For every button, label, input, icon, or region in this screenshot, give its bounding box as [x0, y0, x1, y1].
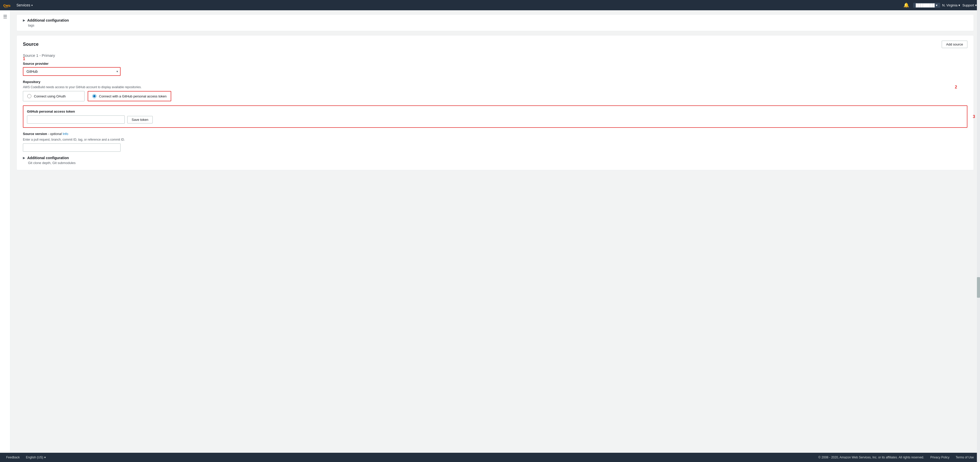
account-label: ████████	[916, 3, 935, 7]
source-version-input[interactable]	[23, 143, 121, 152]
source-provider-select[interactable]: GitHubAWS CodeCommitBitbucketGitHub Ente…	[23, 67, 121, 76]
token-option[interactable]: Connect with a GitHub personal access to…	[88, 91, 171, 101]
repository-group: Repository AWS CodeBuild needs access to…	[23, 80, 967, 101]
oauth-option[interactable]: Connect using OAuth	[23, 91, 84, 101]
save-token-button[interactable]: Save token	[127, 116, 153, 123]
source-version-sublabel: Enter a pull request, branch, commit ID,…	[23, 138, 967, 142]
collapse-triangle-icon: ▶	[23, 19, 25, 22]
expand-triangle-icon: ▶	[23, 156, 25, 160]
additional-config-toggle[interactable]: ▶ Additional configuration	[23, 156, 967, 160]
copyright-text: © 2008 - 2020, Amazon Web Services, Inc.…	[818, 456, 924, 459]
top-nav: Services ▾ 🔔 ████████ ▾ N. Virginia ▾ Su…	[0, 0, 980, 10]
scrollbar-thumb[interactable]	[977, 277, 980, 298]
terms-link[interactable]: Terms of Use	[956, 456, 974, 459]
support-label: Support	[962, 3, 974, 7]
oauth-radio[interactable]	[27, 94, 31, 98]
annotation-3: 3	[973, 115, 975, 119]
additional-config-tags: tags	[28, 23, 967, 27]
additional-config-card-top: ▶ Additional configuration tags	[16, 14, 974, 31]
additional-config-section: ▶ Additional configuration Git clone dep…	[23, 156, 967, 165]
services-chevron-icon: ▾	[31, 4, 33, 7]
sidebar-toggle[interactable]: ☰	[0, 10, 10, 453]
language-chevron-icon: ▾	[44, 456, 46, 459]
add-source-button[interactable]: Add source	[942, 41, 967, 48]
repository-sublabel: AWS CodeBuild needs access to your GitHu…	[23, 85, 967, 89]
additional-config-header-top[interactable]: ▶ Additional configuration	[23, 18, 967, 22]
additional-config-title-bottom: Additional configuration	[27, 156, 69, 160]
source-section-title: Source	[23, 41, 38, 47]
token-label: Connect with a GitHub personal access to…	[99, 94, 167, 98]
notification-bell-icon[interactable]: 🔔	[904, 2, 909, 8]
token-input-row: Save token	[27, 115, 963, 124]
language-label: English (US)	[26, 456, 43, 459]
main-content: ▶ Additional configuration tags Source A…	[10, 10, 980, 453]
source-card-header: Source Add source	[23, 41, 967, 48]
github-token-section: 3 GitHub personal access token Save toke…	[23, 105, 967, 128]
account-menu[interactable]: ████████ ▾	[913, 3, 940, 8]
services-menu[interactable]: Services ▾	[16, 3, 33, 7]
repository-radio-group: 2 Connect using OAuth Connect with a Git…	[23, 91, 967, 101]
privacy-link[interactable]: Privacy Policy	[931, 456, 950, 459]
support-menu[interactable]: Support ▾	[962, 3, 977, 7]
account-chevron-icon: ▾	[936, 3, 937, 7]
region-label: N. Virginia	[942, 3, 958, 7]
source-provider-group: 1 Source provider GitHubAWS CodeCommitBi…	[23, 62, 967, 76]
source-version-group: Source version - optional Info Enter a p…	[23, 132, 967, 152]
source-primary-label: Source 1 - Primary	[23, 53, 967, 57]
annotation-1: 1	[23, 57, 25, 61]
region-menu[interactable]: N. Virginia ▾	[942, 3, 961, 7]
support-chevron-icon: ▾	[975, 3, 977, 7]
token-radio[interactable]	[92, 94, 96, 98]
additional-config-sub: Git clone depth, Git submodules	[28, 161, 967, 165]
repository-label: Repository	[23, 80, 967, 84]
source-card: Source Add source Source 1 - Primary 1 S…	[16, 35, 974, 170]
github-token-input[interactable]	[27, 115, 125, 124]
region-chevron-icon: ▾	[958, 3, 960, 7]
scrollbar-track[interactable]	[977, 10, 980, 453]
source-version-optional: - optional	[48, 132, 62, 136]
services-label: Services	[16, 3, 30, 7]
github-token-label: GitHub personal access token	[27, 110, 963, 113]
additional-config-title-top: Additional configuration	[27, 18, 69, 22]
oauth-label: Connect using OAuth	[34, 94, 66, 98]
source-version-info-link[interactable]: Info	[63, 132, 68, 136]
footer: Feedback English (US) ▾ © 2008 - 2020, A…	[0, 453, 980, 462]
language-selector[interactable]: English (US) ▾	[26, 456, 46, 459]
feedback-link[interactable]: Feedback	[6, 456, 20, 459]
source-provider-label: Source provider	[23, 62, 967, 65]
aws-logo	[3, 2, 12, 8]
source-version-label: Source version - optional Info	[23, 132, 68, 136]
source-provider-select-wrapper[interactable]: GitHubAWS CodeCommitBitbucketGitHub Ente…	[23, 67, 121, 76]
annotation-2: 2	[955, 85, 957, 89]
